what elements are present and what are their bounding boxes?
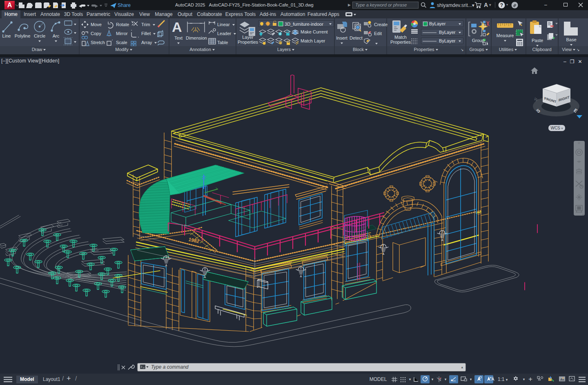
svg-text:?: ? [500, 2, 503, 8]
svg-text:1982: 1982 [188, 236, 200, 244]
